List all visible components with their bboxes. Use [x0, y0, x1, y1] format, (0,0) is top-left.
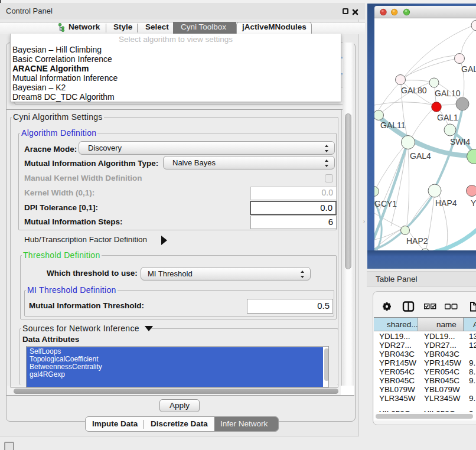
- svg-text:GAL1: GAL1: [437, 113, 458, 122]
- svg-text:GCY1: GCY1: [374, 199, 397, 208]
- svg-text:YM: YM: [471, 198, 476, 208]
- svg-text:HAP2: HAP2: [406, 236, 428, 246]
- svg-text:SWI4: SWI4: [450, 137, 470, 146]
- svg-text:GAL11: GAL11: [380, 120, 406, 130]
- svg-text:GAL10: GAL10: [435, 89, 461, 98]
- svg-text:HAP4: HAP4: [435, 198, 457, 208]
- svg-text:GAL2: GAL2: [461, 64, 476, 74]
- svg-text:GAL80: GAL80: [401, 86, 427, 95]
- svg-text:GAL4: GAL4: [410, 151, 431, 161]
